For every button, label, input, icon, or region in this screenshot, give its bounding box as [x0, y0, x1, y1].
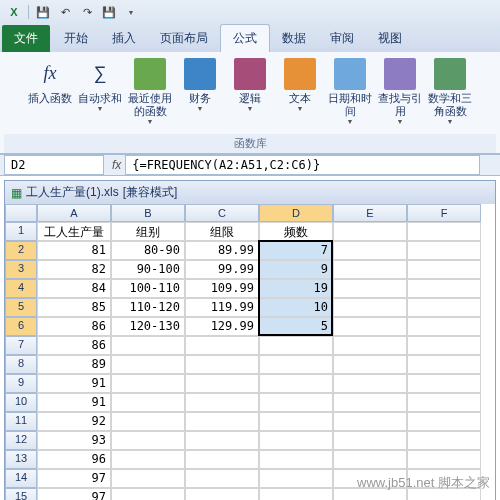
col-header-D[interactable]: D — [259, 204, 333, 222]
cell-D14[interactable] — [259, 469, 333, 488]
cell-D12[interactable] — [259, 431, 333, 450]
row-header[interactable]: 13 — [5, 450, 37, 469]
cell-D4[interactable]: 19 — [259, 279, 333, 298]
cell-C13[interactable] — [185, 450, 259, 469]
row-header[interactable]: 3 — [5, 260, 37, 279]
recent-button[interactable]: 最近使用的函数▼ — [126, 56, 174, 129]
cell-A3[interactable]: 82 — [37, 260, 111, 279]
cell-E5[interactable] — [333, 298, 407, 317]
cell-C3[interactable]: 99.99 — [185, 260, 259, 279]
name-box[interactable]: D2 — [4, 155, 104, 175]
cell-E3[interactable] — [333, 260, 407, 279]
cell-B6[interactable]: 120-130 — [111, 317, 185, 336]
cell-E8[interactable] — [333, 355, 407, 374]
cell-D13[interactable] — [259, 450, 333, 469]
cell-E13[interactable] — [333, 450, 407, 469]
cell-D3[interactable]: 9 — [259, 260, 333, 279]
cell-A1[interactable]: 工人生产量 — [37, 222, 111, 241]
row-header[interactable]: 7 — [5, 336, 37, 355]
cell-C1[interactable]: 组限 — [185, 222, 259, 241]
math-button[interactable]: 数学和三角函数▼ — [426, 56, 474, 129]
row-header[interactable]: 9 — [5, 374, 37, 393]
cell-F1[interactable] — [407, 222, 481, 241]
col-header-E[interactable]: E — [333, 204, 407, 222]
cell-F13[interactable] — [407, 450, 481, 469]
cell-C8[interactable] — [185, 355, 259, 374]
tab-home[interactable]: 开始 — [52, 25, 100, 52]
cell-F4[interactable] — [407, 279, 481, 298]
tab-data[interactable]: 数据 — [270, 25, 318, 52]
cell-A2[interactable]: 81 — [37, 241, 111, 260]
cell-C4[interactable]: 109.99 — [185, 279, 259, 298]
cell-F12[interactable] — [407, 431, 481, 450]
cell-A11[interactable]: 92 — [37, 412, 111, 431]
col-header-A[interactable]: A — [37, 204, 111, 222]
cell-F2[interactable] — [407, 241, 481, 260]
cell-C12[interactable] — [185, 431, 259, 450]
cell-A4[interactable]: 84 — [37, 279, 111, 298]
col-header-F[interactable]: F — [407, 204, 481, 222]
row-header[interactable]: 2 — [5, 241, 37, 260]
cell-F11[interactable] — [407, 412, 481, 431]
cell-C10[interactable] — [185, 393, 259, 412]
cell-D7[interactable] — [259, 336, 333, 355]
cell-E6[interactable] — [333, 317, 407, 336]
row-header[interactable]: 4 — [5, 279, 37, 298]
cell-C7[interactable] — [185, 336, 259, 355]
cell-C2[interactable]: 89.99 — [185, 241, 259, 260]
cell-E1[interactable] — [333, 222, 407, 241]
cell-D1[interactable]: 频数 — [259, 222, 333, 241]
cell-D10[interactable] — [259, 393, 333, 412]
cell-B14[interactable] — [111, 469, 185, 488]
cell-E9[interactable] — [333, 374, 407, 393]
cell-B13[interactable] — [111, 450, 185, 469]
row-header[interactable]: 8 — [5, 355, 37, 374]
insert-function-button[interactable]: fx插入函数 — [26, 56, 74, 107]
row-header[interactable]: 5 — [5, 298, 37, 317]
text-button[interactable]: 文本▼ — [276, 56, 324, 116]
cell-A14[interactable]: 97 — [37, 469, 111, 488]
financial-button[interactable]: 财务▼ — [176, 56, 224, 116]
cell-B12[interactable] — [111, 431, 185, 450]
undo-icon[interactable]: ↶ — [57, 4, 73, 20]
cell-C15[interactable] — [185, 488, 259, 500]
cell-F5[interactable] — [407, 298, 481, 317]
cell-A5[interactable]: 85 — [37, 298, 111, 317]
cell-F7[interactable] — [407, 336, 481, 355]
row-header[interactable]: 6 — [5, 317, 37, 336]
col-header-C[interactable]: C — [185, 204, 259, 222]
cell-D11[interactable] — [259, 412, 333, 431]
tab-review[interactable]: 审阅 — [318, 25, 366, 52]
cell-A15[interactable]: 97 — [37, 488, 111, 500]
cell-B2[interactable]: 80-90 — [111, 241, 185, 260]
cell-A13[interactable]: 96 — [37, 450, 111, 469]
cell-B9[interactable] — [111, 374, 185, 393]
tab-layout[interactable]: 页面布局 — [148, 25, 220, 52]
logical-button[interactable]: 逻辑▼ — [226, 56, 274, 116]
cell-E7[interactable] — [333, 336, 407, 355]
cell-C11[interactable] — [185, 412, 259, 431]
cell-E10[interactable] — [333, 393, 407, 412]
datetime-button[interactable]: 日期和时间▼ — [326, 56, 374, 129]
cell-B10[interactable] — [111, 393, 185, 412]
cell-A9[interactable]: 91 — [37, 374, 111, 393]
cell-B15[interactable] — [111, 488, 185, 500]
cell-D8[interactable] — [259, 355, 333, 374]
tab-file[interactable]: 文件 — [2, 25, 50, 52]
formula-bar[interactable]: {=FREQUENCY(A2:A51,C2:C6)} — [125, 155, 480, 175]
cell-C9[interactable] — [185, 374, 259, 393]
cell-E2[interactable] — [333, 241, 407, 260]
row-header[interactable]: 12 — [5, 431, 37, 450]
cell-A8[interactable]: 89 — [37, 355, 111, 374]
cell-E11[interactable] — [333, 412, 407, 431]
cell-D9[interactable] — [259, 374, 333, 393]
cell-B5[interactable]: 110-120 — [111, 298, 185, 317]
cell-D5[interactable]: 10 — [259, 298, 333, 317]
col-header-B[interactable]: B — [111, 204, 185, 222]
lookup-button[interactable]: 查找与引用▼ — [376, 56, 424, 129]
row-header[interactable]: 1 — [5, 222, 37, 241]
cell-D15[interactable] — [259, 488, 333, 500]
row-header[interactable]: 15 — [5, 488, 37, 500]
save-icon[interactable]: 💾 — [35, 4, 51, 20]
cell-C14[interactable] — [185, 469, 259, 488]
